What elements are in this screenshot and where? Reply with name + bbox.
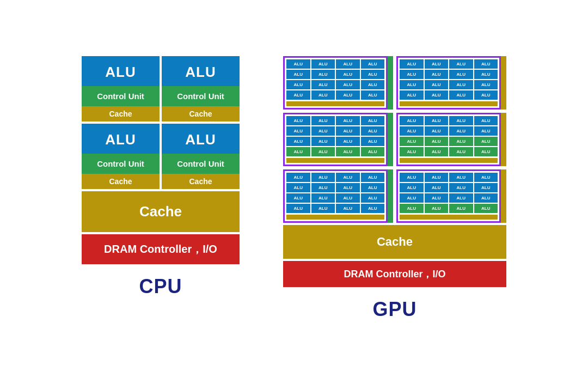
cpu-diagram: ALU Control Unit Cache ALU Control Unit … xyxy=(82,56,240,264)
cpu-cache-small-2: Cache xyxy=(162,106,240,121)
cpu-control-2: Control Unit xyxy=(162,86,240,106)
cpu-cache-small-3: Cache xyxy=(82,174,160,189)
gpu-group-6: ALUALUALUALU ALUALUALUALU ALUALUALUALU A… xyxy=(396,169,506,223)
cpu-control-1: Control Unit xyxy=(82,86,160,106)
gpu-diagram: ALUALUALUALU ALUALUALUALU ALUALUALUALU A… xyxy=(283,56,506,287)
gpu-group-5: ALUALUALUALU ALUALUALUALU ALUALUALUALU A… xyxy=(283,169,393,223)
cpu-cache-small-1: Cache xyxy=(82,106,160,121)
cpu-cache-small-4: Cache xyxy=(162,174,240,189)
cpu-core-3: ALU Control Unit Cache xyxy=(82,124,160,189)
gpu-cache-large: Cache xyxy=(283,225,506,259)
cpu-section: ALU Control Unit Cache ALU Control Unit … xyxy=(82,56,240,298)
cpu-core-1: ALU Control Unit Cache xyxy=(82,56,160,121)
gpu-group-3: ALUALUALUALU ALUALUALUALU ALUALUALUALU A… xyxy=(283,113,393,166)
cpu-alu-4: ALU xyxy=(162,124,240,154)
cpu-alu-2: ALU xyxy=(162,56,240,86)
cpu-control-3: Control Unit xyxy=(82,154,160,174)
gpu-dram: DRAM Controller，I/O xyxy=(283,261,506,287)
main-container: ALU Control Unit Cache ALU Control Unit … xyxy=(0,45,588,332)
gpu-label: GPU xyxy=(372,298,416,321)
cpu-core-2: ALU Control Unit Cache xyxy=(162,56,240,121)
cpu-alu-1: ALU xyxy=(82,56,160,86)
gpu-group-1: ALUALUALUALU ALUALUALUALU ALUALUALUALU A… xyxy=(283,56,393,110)
gpu-section: ALUALUALUALU ALUALUALUALU ALUALUALUALU A… xyxy=(283,56,506,321)
cpu-dram: DRAM Controller，I/O xyxy=(82,234,240,264)
gpu-group-strip-2 xyxy=(501,56,506,110)
gpu-group-2: ALUALUALUALU ALUALUALUALU ALUALUALUALU A… xyxy=(396,56,506,110)
cpu-cache-large: Cache xyxy=(82,191,240,232)
cpu-control-4: Control Unit xyxy=(162,154,240,174)
gpu-group-cache-2 xyxy=(400,101,498,106)
cpu-core-4: ALU Control Unit Cache xyxy=(162,124,240,189)
cpu-cores-grid: ALU Control Unit Cache ALU Control Unit … xyxy=(82,56,240,189)
gpu-group-strip-1 xyxy=(388,56,393,110)
cpu-label: CPU xyxy=(139,275,182,298)
gpu-group-4: ALUALUALUALU ALUALUALUALU ALUALUALUALU A… xyxy=(396,113,506,166)
gpu-group-cache-1 xyxy=(286,101,384,106)
cpu-alu-3: ALU xyxy=(82,124,160,154)
gpu-groups-grid: ALUALUALUALU ALUALUALUALU ALUALUALUALU A… xyxy=(283,56,506,223)
gpu-alu: ALU xyxy=(286,59,310,69)
